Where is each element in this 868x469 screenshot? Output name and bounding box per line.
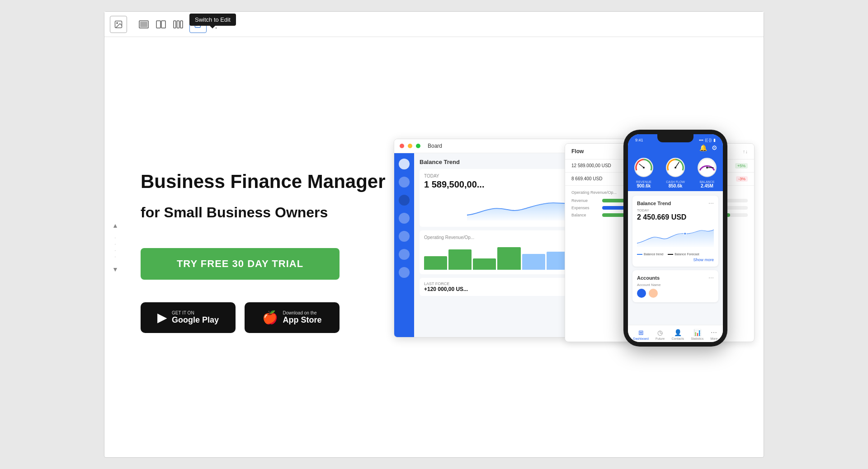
balance-gauge: BALANCE 2.45M <box>695 156 719 188</box>
cashflow-value: 850.6k <box>669 183 683 188</box>
table-row-2-amount: 8 669.400 USD <box>571 176 602 182</box>
sidebar-item-4 <box>399 213 410 224</box>
phone-blue-header: 9:41 ▪▪▪ ((·)) ▮ 🔔 ⚙ <box>628 134 723 191</box>
bar-5 <box>522 254 545 270</box>
show-more[interactable]: Show more <box>637 258 714 262</box>
apple-icon: 🍎 <box>262 310 278 325</box>
revenue-gauge: REVENUE 900.6k <box>632 156 656 188</box>
balance-value: 2.45M <box>701 183 713 188</box>
nav-dashboard[interactable]: ⊞ Dashboard <box>633 329 649 340</box>
bar-1 <box>424 256 447 270</box>
nav-more-label: More <box>710 337 717 340</box>
account-dot-orange <box>649 289 658 298</box>
phone-accounts-card: Accounts ⋯ Account Name <box>632 270 718 302</box>
app-store-badge[interactable]: 🍎 Download on the App Store <box>245 302 340 333</box>
settings-icon[interactable]: ⚙ <box>712 144 717 151</box>
phone-accounts-more-icon[interactable]: ⋯ <box>708 275 714 281</box>
google-play-text: GET IT ON Google Play <box>172 310 219 325</box>
revenue-value: 900.6k <box>637 183 651 188</box>
nav-contacts-label: Contacts <box>671 337 684 340</box>
nav-statistics-label: Statistics <box>691 337 703 340</box>
account-name-label: Account Name <box>637 283 714 287</box>
google-play-badge[interactable]: ▶ GET IT ON Google Play <box>141 302 236 333</box>
bar-4 <box>497 247 520 270</box>
svg-rect-6 <box>174 21 176 28</box>
tooltip-switch-to-edit: Switch to Edit <box>189 14 236 26</box>
legend-forecast: Balance Forecast <box>668 253 699 256</box>
account-dot-blue <box>637 289 646 298</box>
image-block-icon[interactable] <box>110 16 127 33</box>
svg-rect-8 <box>180 21 183 28</box>
phone-card-more-icon[interactable]: ⋯ <box>708 200 714 206</box>
right-content: Board Balance Trend <box>394 130 736 365</box>
revenue-gauge-svg <box>632 156 656 179</box>
balance-gauge-svg <box>695 156 719 179</box>
cashflow-gauge: CASH FLOW 850.6k <box>664 156 687 188</box>
app-store-text: Download on the App Store <box>283 310 321 325</box>
window-maximize-dot <box>416 144 420 148</box>
sidebar-item-6 <box>399 249 410 260</box>
svg-rect-7 <box>177 21 179 28</box>
cta-button[interactable]: TRY FREE 30 DAY TRIAL <box>141 248 340 280</box>
phone-today-value: 2 450.669 USD <box>637 213 714 221</box>
nav-statistics[interactable]: 📊 Statistics <box>691 329 703 340</box>
scroll-down-arrow[interactable]: ▼ <box>110 264 121 275</box>
cashflow-label: CASH FLOW <box>666 180 685 183</box>
phone-today-label: TODAY <box>637 208 714 212</box>
svg-point-18 <box>684 233 686 235</box>
nav-future-label: Future <box>656 337 665 340</box>
sidebar-item-1 <box>399 159 410 169</box>
app-badges: ▶ GET IT ON Google Play 🍎 Download on th… <box>141 302 394 333</box>
svg-point-1 <box>117 22 118 23</box>
desktop-section-title: Balance Trend <box>420 159 460 165</box>
phone-bottom-nav: ⊞ Dashboard ◷ Future 👤 Contacts 📊 <box>628 325 723 342</box>
left-nav: ▲ ···· ▼ <box>110 220 121 275</box>
phone-action-icons: 🔔 ⚙ <box>628 144 723 153</box>
svg-rect-5 <box>161 21 165 28</box>
window-close-dot <box>400 144 404 148</box>
svg-point-14 <box>675 167 676 169</box>
phone-trend-title: Balance Trend <box>637 201 671 206</box>
sidebar-item-2 <box>399 177 410 188</box>
layout-third-icon[interactable] <box>170 17 186 32</box>
svg-rect-3 <box>140 22 147 27</box>
phone-status-icons: ▪▪▪ ((·)) ▮ <box>699 138 716 142</box>
scroll-up-arrow[interactable]: ▲ <box>110 220 121 231</box>
sidebar-item-3 <box>399 195 410 206</box>
more-icon: ⋯ <box>711 329 717 336</box>
statistics-icon: 📊 <box>693 329 701 336</box>
cashflow-gauge-svg <box>664 156 687 179</box>
table-row-2-badge: -3% <box>736 176 748 182</box>
nav-dashboard-label: Dashboard <box>633 337 649 340</box>
table-row-1-amount: 12 589.000,00 USD <box>571 163 611 169</box>
nav-future[interactable]: ◷ Future <box>656 329 665 340</box>
svg-point-17 <box>706 167 708 169</box>
phone-notch <box>657 134 693 142</box>
nav-contacts[interactable]: 👤 Contacts <box>671 329 684 340</box>
nav-more[interactable]: ⋯ More <box>710 329 717 340</box>
phone-time: 9:41 <box>635 138 643 142</box>
phone-content: Balance Trend ⋯ TODAY 2 450.669 USD <box>628 191 723 325</box>
legend-trend: Balance trend <box>637 253 663 256</box>
phone-card-header: Balance Trend ⋯ <box>637 200 714 206</box>
contacts-icon: 👤 <box>674 329 682 336</box>
phone-accounts-title: Accounts <box>637 275 660 281</box>
bell-icon[interactable]: 🔔 <box>699 144 707 151</box>
layout-full-icon[interactable] <box>136 17 151 32</box>
chart-legend: Balance trend Balance Forecast <box>637 253 714 256</box>
table-title: Flow <box>571 148 584 155</box>
svg-rect-4 <box>156 21 160 28</box>
sidebar-item-5 <box>399 231 410 242</box>
phone-trend-chart <box>637 224 714 249</box>
gauge-row: REVENUE 900.6k <box>628 153 723 188</box>
balance-label: BALANCE <box>700 180 715 183</box>
wifi-icon: ((·)) <box>705 138 712 142</box>
svg-point-11 <box>643 167 645 169</box>
google-play-icon: ▶ <box>157 310 167 325</box>
bar-2 <box>448 249 472 270</box>
phone-balance-trend-card: Balance Trend ⋯ TODAY 2 450.669 USD <box>632 196 718 267</box>
left-content: Business Finance Manager for Small Busin… <box>141 161 394 333</box>
desktop-sidebar <box>394 153 414 338</box>
dashboard-icon: ⊞ <box>638 329 644 336</box>
layout-half-icon[interactable] <box>153 17 169 32</box>
